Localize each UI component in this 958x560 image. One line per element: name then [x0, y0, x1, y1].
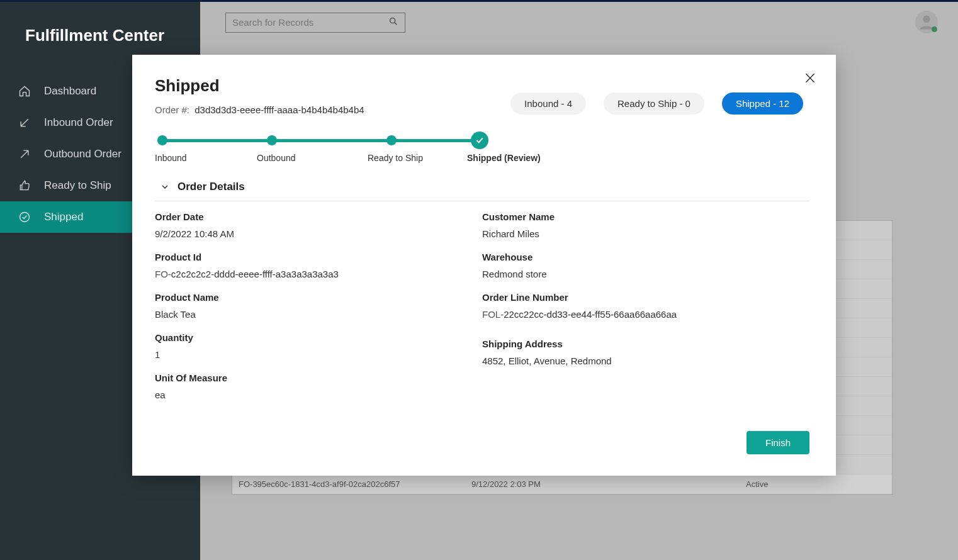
sidebar-item-label: Ready to Ship: [44, 179, 111, 192]
field-value: 1: [155, 349, 482, 360]
field-label: Shipping Address: [482, 339, 809, 349]
field-value: Black Tea: [155, 309, 482, 320]
field-label: Product Id: [155, 252, 482, 262]
thumbs-up-icon: [18, 179, 31, 193]
field-label: Warehouse: [482, 252, 809, 262]
step-dot-shipped: [471, 132, 488, 149]
step-label: Shipped (Review): [467, 153, 541, 163]
field-label: Quantity: [155, 332, 482, 343]
field-value: Redmond store: [482, 269, 809, 279]
order-label: Order #:: [155, 104, 189, 115]
pill-shipped[interactable]: Shipped - 12: [722, 92, 803, 115]
svg-point-0: [20, 213, 30, 222]
field-value: 9/2/2022 10:48 AM: [155, 228, 482, 239]
stepper: Inbound Outbound Ready to Ship Shipped (…: [155, 134, 495, 167]
divider: [155, 201, 809, 201]
field-value: Richard Miles: [482, 228, 809, 239]
step-dot-inbound: [157, 135, 167, 145]
arrow-up-right-icon: [18, 147, 31, 161]
field-value: FOL-22cc22cc-dd33-ee44-ff55-66aa66aa66aa: [482, 309, 809, 320]
field-label: Customer Name: [482, 211, 809, 222]
step-label: Inbound: [155, 153, 187, 163]
status-pills: Inbound - 4 Ready to Ship - 0 Shipped - …: [510, 92, 803, 115]
step-label: Ready to Ship: [368, 153, 423, 163]
step-label: Outbound: [257, 153, 296, 163]
section-title: Order Details: [178, 181, 245, 193]
close-button[interactable]: [802, 70, 818, 86]
check-icon: [475, 135, 485, 145]
section-toggle[interactable]: Order Details: [155, 181, 809, 193]
field-label: Order Line Number: [482, 292, 809, 303]
arrow-down-left-icon: [18, 116, 31, 130]
pill-ready[interactable]: Ready to Ship - 0: [604, 92, 704, 115]
details-left: Order Date 9/2/2022 10:48 AM Product Id …: [155, 211, 482, 413]
field-value: 4852, Elliot, Avenue, Redmond: [482, 356, 809, 366]
details-right: Customer Name Richard Miles Warehouse Re…: [482, 211, 809, 413]
app-title: Fulfillment Center: [0, 2, 200, 45]
check-circle-icon: [18, 210, 31, 224]
prefix: FOL-: [482, 309, 504, 320]
prefix: FO-: [155, 269, 171, 279]
sidebar-item-label: Dashboard: [44, 85, 96, 98]
finish-button[interactable]: Finish: [747, 431, 809, 454]
field-label: Order Date: [155, 211, 482, 222]
order-value: d3d3d3d3-eeee-ffff-aaaa-b4b4b4b4b4b4: [194, 104, 364, 115]
step-dot-ready: [386, 135, 397, 145]
field-label: Product Name: [155, 292, 482, 303]
sidebar-item-label: Shipped: [44, 211, 83, 223]
chevron-down-icon: [160, 182, 170, 192]
field-label: Unit Of Measure: [155, 372, 482, 383]
home-icon: [18, 84, 31, 98]
pill-inbound[interactable]: Inbound - 4: [510, 92, 586, 115]
sidebar-item-label: Inbound Order: [44, 116, 113, 129]
field-value: FO-c2c2c2c2-dddd-eeee-ffff-a3a3a3a3a3a3: [155, 269, 482, 279]
field-value: ea: [155, 389, 482, 400]
details: Order Date 9/2/2022 10:48 AM Product Id …: [155, 211, 809, 413]
sidebar-item-label: Outbound Order: [44, 148, 121, 160]
step-dot-outbound: [267, 135, 277, 145]
order-modal: Shipped Order #: d3d3d3d3-eeee-ffff-aaaa…: [132, 55, 836, 476]
